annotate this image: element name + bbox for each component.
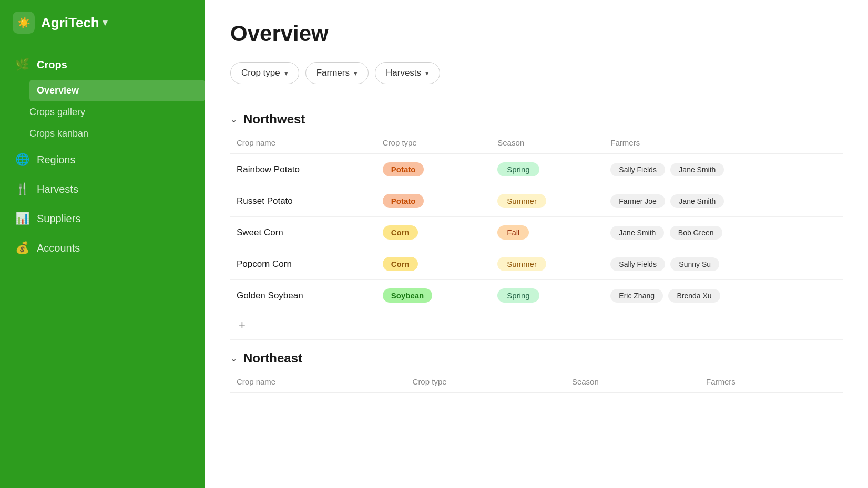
crop-type-filter-chevron: ▾: [284, 69, 288, 77]
main-content: Overview Crop type ▾ Farmers ▾ Harvests …: [205, 0, 868, 488]
sidebar-item-suppliers[interactable]: 📊 Suppliers: [0, 204, 205, 233]
season-badge: Spring: [497, 288, 539, 303]
sidebar-item-regions[interactable]: 🌐 Regions: [0, 146, 205, 174]
northwest-title: Northwest: [243, 112, 305, 127]
season-badge: Summer: [497, 194, 546, 208]
harvests-filter[interactable]: Harvests ▾: [375, 62, 440, 84]
table-row: Golden Soybean Soybean Spring Eric Zhang…: [230, 280, 843, 312]
crops-subnav: Overview Crops gallery Crops kanban: [0, 80, 205, 144]
accounts-label: Accounts: [37, 242, 80, 254]
farmer-chip: Jane Smith: [670, 194, 724, 208]
col-crop-name-ne: Crop name: [230, 373, 406, 393]
crop-type-badge: Corn: [383, 225, 418, 240]
app-title-chevron: ▾: [103, 17, 107, 28]
col-crop-name: Crop name: [230, 134, 376, 154]
farmer-chip: Farmer Joe: [610, 194, 665, 208]
app-name-label: AgriTech: [41, 15, 99, 31]
col-farmers-ne: Farmers: [700, 373, 843, 393]
season-badge: Fall: [497, 225, 529, 240]
northwest-table: Crop name Crop type Season Farmers Rainb…: [230, 134, 843, 311]
crop-name-cell: Sweet Corn: [237, 227, 283, 237]
table-row: Sweet Corn Corn Fall Jane Smith Bob Gree…: [230, 217, 843, 248]
crop-type-badge: Soybean: [383, 288, 433, 303]
col-season: Season: [491, 134, 604, 154]
farmer-chip: Eric Zhang: [610, 289, 663, 303]
sidebar-item-harvests[interactable]: 🍴 Harvests: [0, 175, 205, 203]
season-badge: Spring: [497, 162, 539, 176]
section-northeast: ⌄ Northeast Crop name Crop type Season F…: [230, 340, 843, 393]
filters-bar: Crop type ▾ Farmers ▾ Harvests ▾: [230, 62, 843, 84]
col-crop-type-ne: Crop type: [406, 373, 566, 393]
sidebar-nav: 🌿 Crops Overview Crops gallery Crops kan…: [0, 45, 205, 267]
northeast-section-header[interactable]: ⌄ Northeast: [230, 340, 843, 373]
harvests-label: Harvests: [37, 183, 78, 195]
season-badge: Summer: [497, 257, 546, 271]
farmer-chip: Brenda Xu: [668, 289, 720, 303]
sidebar-item-overview[interactable]: Overview: [29, 80, 205, 101]
sidebar-item-crops[interactable]: 🌿 Crops: [0, 50, 205, 79]
sidebar-header: ☀️ AgriTech ▾: [0, 0, 205, 45]
crop-type-badge: Potato: [383, 162, 424, 176]
suppliers-label: Suppliers: [37, 213, 80, 225]
crop-type-badge: Potato: [383, 194, 424, 208]
northwest-chevron-icon: ⌄: [230, 115, 237, 124]
northeast-chevron-icon: ⌄: [230, 354, 237, 364]
accounts-icon: 💰: [15, 241, 29, 255]
page-title: Overview: [230, 21, 843, 46]
farmer-chip: Sally Fields: [610, 163, 665, 176]
farmer-chip: Jane Smith: [670, 163, 724, 176]
crop-name-cell: Popcorn Corn: [237, 259, 292, 269]
sidebar-item-crops-gallery[interactable]: Crops gallery: [29, 101, 205, 123]
table-row: Rainbow Potato Potato Spring Sally Field…: [230, 154, 843, 185]
app-title[interactable]: AgriTech ▾: [41, 15, 107, 31]
harvests-icon: 🍴: [15, 182, 29, 196]
add-row-northwest: +: [230, 311, 843, 340]
harvests-filter-chevron: ▾: [425, 69, 429, 77]
farmer-chip: Bob Green: [670, 226, 722, 240]
col-farmers: Farmers: [604, 134, 843, 154]
farmer-chip: Sunny Su: [670, 257, 719, 271]
farmer-chip: Jane Smith: [610, 226, 664, 240]
crops-label: Crops: [37, 59, 67, 71]
suppliers-icon: 📊: [15, 212, 29, 225]
col-crop-type: Crop type: [376, 134, 492, 154]
table-row: Popcorn Corn Corn Summer Sally Fields Su…: [230, 248, 843, 280]
add-row-button-northwest[interactable]: +: [237, 318, 248, 332]
crop-type-badge: Corn: [383, 257, 418, 271]
crop-type-filter[interactable]: Crop type ▾: [230, 62, 299, 84]
farmer-chip: Sally Fields: [610, 257, 665, 271]
table-row: Russet Potato Potato Summer Farmer Joe J…: [230, 185, 843, 217]
northwest-section-header[interactable]: ⌄ Northwest: [230, 101, 843, 134]
northeast-table: Crop name Crop type Season Farmers: [230, 373, 843, 393]
sidebar-item-accounts[interactable]: 💰 Accounts: [0, 234, 205, 262]
northeast-title: Northeast: [243, 351, 302, 366]
regions-label: Regions: [37, 154, 75, 166]
crop-name-cell: Golden Soybean: [237, 290, 303, 300]
col-season-ne: Season: [566, 373, 700, 393]
farmers-filter-label: Farmers: [316, 68, 350, 78]
harvests-filter-label: Harvests: [386, 68, 421, 78]
app-logo-icon: ☀️: [13, 12, 35, 34]
farmers-filter[interactable]: Farmers ▾: [305, 62, 369, 84]
farmers-filter-chevron: ▾: [354, 69, 358, 77]
crop-name-cell: Russet Potato: [237, 196, 293, 206]
crop-name-cell: Rainbow Potato: [237, 164, 300, 174]
crop-type-filter-label: Crop type: [241, 68, 280, 78]
regions-icon: 🌐: [15, 153, 29, 167]
section-northwest: ⌄ Northwest Crop name Crop type Season F…: [230, 101, 843, 340]
sidebar: ☀️ AgriTech ▾ 🌿 Crops Overview Crops gal…: [0, 0, 205, 488]
sidebar-item-crops-kanban[interactable]: Crops kanban: [29, 123, 205, 144]
crops-icon: 🌿: [15, 58, 29, 71]
